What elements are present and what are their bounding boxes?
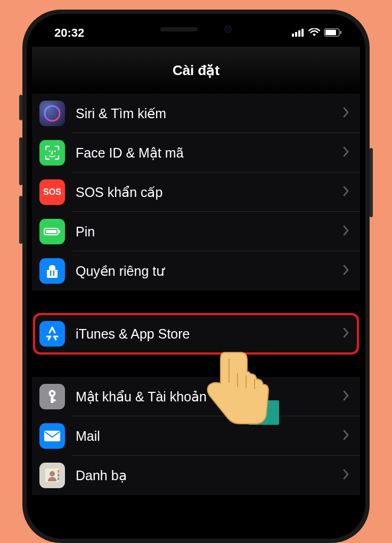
privacy-icon	[39, 258, 65, 284]
wifi-icon	[308, 26, 320, 40]
svg-point-21	[50, 471, 55, 476]
chevron-right-icon	[343, 390, 349, 403]
chevron-right-icon	[343, 107, 349, 120]
row-battery[interactable]: Pin	[32, 212, 360, 251]
side-button	[19, 137, 22, 185]
svg-rect-19	[44, 431, 60, 441]
siri-icon	[39, 101, 65, 126]
svg-rect-0	[292, 34, 294, 37]
page-title: Cài đặt	[173, 62, 219, 79]
svg-point-7	[45, 106, 60, 121]
chevron-right-icon	[343, 430, 349, 442]
row-contacts[interactable]: Danh bạ	[32, 456, 360, 495]
notch	[116, 19, 276, 39]
screen: 20:32 Cài đặt	[32, 19, 360, 533]
svg-point-8	[48, 150, 50, 152]
row-faceid[interactable]: Face ID & Mật mã	[32, 133, 360, 172]
appstore-icon	[39, 321, 65, 347]
row-label: Pin	[76, 224, 343, 240]
faceid-icon	[39, 140, 65, 166]
svg-rect-22	[58, 470, 59, 473]
camera	[224, 26, 232, 33]
row-mail[interactable]: Mail	[32, 416, 360, 456]
row-label: SOS khẩn cấp	[76, 185, 343, 200]
sos-icon: SOS	[39, 179, 65, 205]
chevron-right-icon	[343, 265, 349, 277]
pointer-hand-annotation	[197, 348, 282, 435]
phone-frame: 20:32 Cài đặt	[22, 10, 370, 543]
chevron-right-icon	[343, 469, 349, 482]
svg-rect-3	[301, 29, 304, 37]
row-label: Quyền riêng tư	[76, 264, 343, 279]
settings-list[interactable]: Siri & Tìm kiếm Face ID & Mật mã SOS	[32, 94, 360, 495]
svg-rect-24	[58, 478, 59, 480]
chevron-right-icon	[343, 146, 349, 159]
svg-rect-5	[325, 30, 336, 35]
row-label: iTunes & App Store	[76, 326, 343, 342]
row-label: Face ID & Mật mã	[76, 145, 343, 161]
row-passwords[interactable]: Mật khẩu & Tài khoản	[32, 377, 360, 416]
settings-section: Siri & Tìm kiếm Face ID & Mật mã SOS	[32, 94, 360, 291]
svg-rect-12	[59, 230, 60, 233]
status-time: 20:32	[54, 26, 84, 40]
side-button	[19, 196, 22, 244]
svg-rect-23	[58, 474, 59, 476]
chevron-right-icon	[343, 327, 349, 340]
settings-section: Mật khẩu & Tài khoản Mail	[32, 377, 360, 495]
svg-rect-11	[46, 230, 56, 233]
svg-rect-6	[340, 31, 342, 34]
settings-section: iTunes & App Store	[32, 314, 360, 353]
row-label: Siri & Tìm kiếm	[76, 106, 343, 121]
row-privacy[interactable]: Quyền riêng tư	[32, 251, 360, 291]
nav-header: Cài đặt	[32, 47, 360, 94]
svg-rect-14	[53, 270, 54, 276]
side-button	[19, 95, 22, 120]
svg-point-9	[54, 150, 55, 152]
battery-icon	[324, 26, 342, 40]
battery-setting-icon	[39, 219, 65, 244]
contacts-icon	[39, 463, 65, 488]
row-siri[interactable]: Siri & Tìm kiếm	[32, 94, 360, 133]
chevron-right-icon	[343, 186, 349, 199]
side-button	[370, 148, 373, 217]
cellular-icon	[292, 26, 305, 40]
svg-rect-1	[295, 32, 297, 37]
row-appstore[interactable]: iTunes & App Store	[32, 314, 360, 353]
row-sos[interactable]: SOS SOS khẩn cấp	[32, 172, 360, 212]
speaker	[160, 27, 198, 31]
chevron-right-icon	[343, 225, 349, 238]
svg-point-16	[51, 392, 54, 395]
svg-rect-2	[298, 30, 300, 37]
svg-rect-13	[50, 270, 51, 276]
passwords-icon	[39, 384, 65, 409]
row-label: Danh bạ	[76, 468, 343, 483]
mail-icon	[39, 423, 65, 449]
svg-rect-18	[51, 399, 56, 401]
